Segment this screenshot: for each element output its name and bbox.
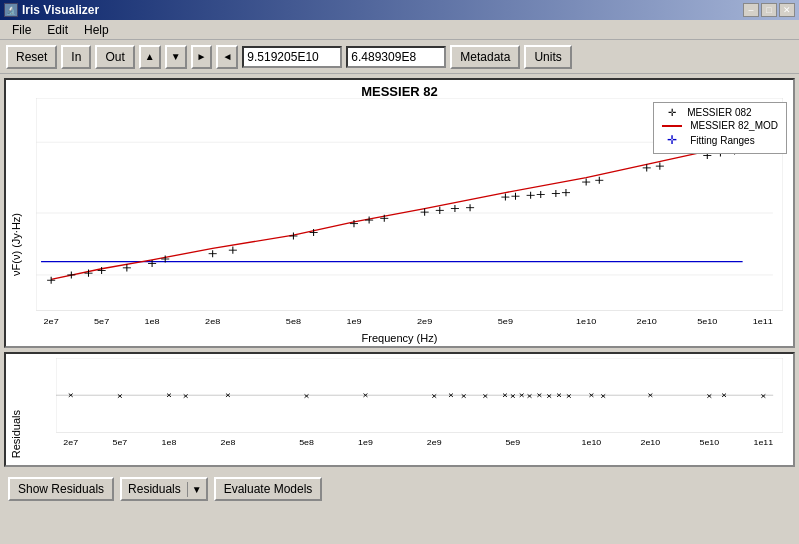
coord-y-input[interactable] <box>346 46 446 68</box>
y-axis-label: νF(ν) (Jy·Hz) <box>10 213 22 276</box>
plot-title: MESSIER 82 <box>6 84 793 99</box>
svg-text:2e9: 2e9 <box>427 438 442 446</box>
svg-text:1e9: 1e9 <box>358 438 373 446</box>
residuals-y-label: Residuals <box>10 410 22 458</box>
svg-text:1e9: 1e9 <box>346 316 361 325</box>
svg-text:1e10: 1e10 <box>582 438 602 446</box>
units-button[interactable]: Units <box>524 45 571 69</box>
main-area: MESSIER 82 νF(ν) (Jy·Hz) Frequency (Hz) … <box>0 74 799 544</box>
window-title: Iris Visualizer <box>22 3 99 17</box>
svg-text:5e9: 5e9 <box>505 438 520 446</box>
svg-text:2e10: 2e10 <box>637 316 657 325</box>
show-residuals-button[interactable]: Show Residuals <box>8 477 114 501</box>
toolbar: Reset In Out ▲ ▼ ► ◄ Metadata Units <box>0 40 799 74</box>
residuals-plot: Residuals 0 2e7 5e7 1e8 2e8 5e8 1e9 2e9 … <box>4 352 795 467</box>
nav-forward-button[interactable]: ► <box>191 45 213 69</box>
svg-text:1e8: 1e8 <box>145 316 160 325</box>
menu-edit[interactable]: Edit <box>39 22 76 38</box>
legend-label-fitting-ranges: Fitting Ranges <box>690 135 754 146</box>
menu-file[interactable]: File <box>4 22 39 38</box>
nav-down-button[interactable]: ▼ <box>165 45 187 69</box>
residuals-dropdown-label: Residuals <box>122 480 187 498</box>
zoom-in-button[interactable]: In <box>61 45 91 69</box>
legend-label-messier082-mod: MESSIER 82_MOD <box>690 120 778 131</box>
svg-text:2e8: 2e8 <box>205 316 220 325</box>
title-bar: 🔬 Iris Visualizer – □ ✕ <box>0 0 799 20</box>
svg-text:5e9: 5e9 <box>498 316 513 325</box>
reset-button[interactable]: Reset <box>6 45 57 69</box>
svg-text:5e10: 5e10 <box>697 316 717 325</box>
svg-text:5e7: 5e7 <box>112 438 127 446</box>
window-controls: – □ ✕ <box>743 3 795 17</box>
legend-item-messier082-mod: MESSIER 82_MOD <box>662 120 778 131</box>
nav-back-button[interactable]: ◄ <box>216 45 238 69</box>
menu-help[interactable]: Help <box>76 22 117 38</box>
legend-item-fitting-ranges: ✛ Fitting Ranges <box>662 133 778 147</box>
legend-item-messier082: ✛ MESSIER 082 <box>662 107 778 118</box>
svg-text:5e10: 5e10 <box>699 438 719 446</box>
svg-text:2e10: 2e10 <box>641 438 661 446</box>
svg-text:2e8: 2e8 <box>221 438 236 446</box>
residuals-chart-svg: 0 2e7 5e7 1e8 2e8 5e8 1e9 2e9 5e9 1e10 2… <box>56 358 783 449</box>
x-axis-label: Frequency (Hz) <box>6 332 793 344</box>
legend-label-messier082: MESSIER 082 <box>687 107 751 118</box>
svg-text:1e11: 1e11 <box>753 316 773 325</box>
metadata-button[interactable]: Metadata <box>450 45 520 69</box>
menu-bar: File Edit Help <box>0 20 799 40</box>
coord-x-input[interactable] <box>242 46 342 68</box>
svg-text:1e11: 1e11 <box>754 438 774 446</box>
dropdown-arrow-icon[interactable]: ▼ <box>187 482 206 497</box>
residuals-dropdown[interactable]: Residuals ▼ <box>120 477 208 501</box>
svg-text:1e10: 1e10 <box>576 316 596 325</box>
plot-legend: ✛ MESSIER 082 MESSIER 82_MOD ✛ Fitting R… <box>653 102 787 154</box>
zoom-out-button[interactable]: Out <box>95 45 134 69</box>
svg-text:2e9: 2e9 <box>417 316 432 325</box>
main-plot: MESSIER 82 νF(ν) (Jy·Hz) Frequency (Hz) … <box>4 78 795 348</box>
svg-text:2e7: 2e7 <box>44 316 59 325</box>
svg-text:5e8: 5e8 <box>286 316 301 325</box>
nav-up-button[interactable]: ▲ <box>139 45 161 69</box>
svg-text:5e7: 5e7 <box>94 316 109 325</box>
minimize-button[interactable]: – <box>743 3 759 17</box>
svg-text:5e8: 5e8 <box>299 438 314 446</box>
svg-text:1e8: 1e8 <box>162 438 177 446</box>
evaluate-models-button[interactable]: Evaluate Models <box>214 477 323 501</box>
close-button[interactable]: ✕ <box>779 3 795 17</box>
bottom-bar: Show Residuals Residuals ▼ Evaluate Mode… <box>4 469 795 507</box>
app-icon: 🔬 <box>4 3 18 17</box>
maximize-button[interactable]: □ <box>761 3 777 17</box>
svg-text:2e7: 2e7 <box>63 438 78 446</box>
